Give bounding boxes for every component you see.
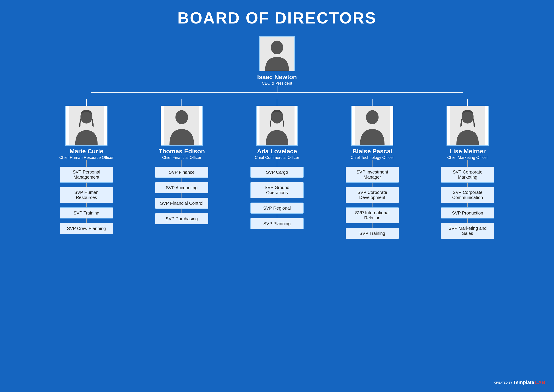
- svp-chain-0: SVP Personal ManagementSVP Human Resourc…: [60, 160, 113, 234]
- svp-box-1-3: SVP Purchasing: [155, 213, 208, 224]
- drop-line-2: [182, 99, 182, 106]
- svp-chain-1: SVP FinanceSVP AccountingSVP Financial C…: [155, 160, 208, 224]
- svp-box-2-1: SVP Ground Operations: [250, 182, 304, 198]
- director-col-0: Marie CurieChief Human Resource OfficerS…: [44, 106, 128, 234]
- director-name-0: Marie Curie: [70, 148, 104, 155]
- lab-label: LAB: [535, 380, 545, 385]
- svp-box-3-2: SVP International Relation: [346, 207, 399, 223]
- director-avatar-1: [161, 106, 203, 146]
- svp-box-4-3: SVP Marketing and Sales: [441, 223, 494, 239]
- director-role-2: Chief Commercial Officer: [255, 155, 299, 160]
- svp-box-4-1: SVP Corporate Communication: [441, 187, 494, 203]
- director-role-0: Chief Human Resource Officer: [59, 155, 114, 160]
- svp-chain-4: SVP Corporate MarketingSVP Corporate Com…: [441, 160, 494, 239]
- director-card-3: Blaise PascalChief Technology Officer: [351, 106, 394, 160]
- svp-init-line-3: [372, 160, 372, 167]
- ceo-avatar: [259, 36, 295, 71]
- ceo-role: CEO & President: [262, 81, 292, 86]
- director-avatar-0: [65, 106, 107, 146]
- director-role-4: Chief Marketing Officer: [447, 155, 488, 160]
- svp-box-1-1: SVP Accounting: [155, 182, 208, 193]
- svp-chain-3: SVP Investment ManagerSVP Corporate Deve…: [346, 160, 399, 239]
- svp-box-2-0: SVP Cargo: [250, 167, 304, 178]
- drop-line-1: [86, 99, 87, 106]
- director-card-0: Marie CurieChief Human Resource Officer: [59, 106, 114, 160]
- director-avatar-4: [447, 106, 489, 146]
- director-name-1: Thomas Edison: [159, 148, 205, 155]
- director-avatar-2: [256, 106, 298, 146]
- svp-box-2-2: SVP Regional: [250, 203, 304, 214]
- svp-line-0-1: [86, 203, 87, 207]
- svp-line-3-1: [372, 203, 372, 207]
- svp-line-1-1: [182, 193, 182, 198]
- svp-init-line-2: [277, 160, 277, 167]
- svp-box-3-3: SVP Training: [346, 228, 399, 239]
- org-chart: Isaac Newton CEO & President: [4, 36, 550, 239]
- created-by-label: CREATED BY: [494, 381, 512, 384]
- svp-box-0-0: SVP Personal Management: [60, 167, 113, 182]
- director-col-3: Blaise PascalChief Technology OfficerSVP…: [330, 106, 414, 239]
- svp-line-4-0: [467, 182, 468, 187]
- svp-line-0-2: [86, 218, 87, 223]
- drop-line-3: [277, 99, 277, 106]
- svp-line-2-0: [277, 178, 277, 182]
- template-label: Template: [513, 380, 534, 385]
- svp-line-3-2: [372, 223, 372, 228]
- director-col-2: Ada LovelaceChief Commercial OfficerSVP …: [235, 106, 319, 229]
- director-col-4: Lise MeitnerChief Marketing OfficerSVP C…: [426, 106, 510, 239]
- svp-line-2-1: [277, 198, 277, 203]
- svp-init-line-0: [86, 160, 87, 167]
- svp-line-0-0: [86, 182, 87, 187]
- svp-box-2-3: SVP Planning: [250, 218, 304, 229]
- watermark: CREATED BY Template LAB: [494, 380, 545, 385]
- drop-line-5: [467, 99, 468, 106]
- svp-box-1-0: SVP Finance: [155, 167, 208, 178]
- svp-line-3-0: [372, 182, 372, 187]
- directors-row: Marie CurieChief Human Resource OfficerS…: [44, 106, 510, 239]
- director-role-1: Chief Financial Officer: [162, 155, 201, 160]
- svp-box-3-0: SVP Investment Manager: [346, 167, 399, 182]
- director-avatar-3: [351, 106, 393, 146]
- svp-box-4-2: SVP Production: [441, 207, 494, 218]
- svp-line-4-2: [467, 218, 468, 223]
- svp-box-0-2: SVP Training: [60, 207, 113, 218]
- director-card-1: Thomas EdisonChief Financial Officer: [159, 106, 205, 160]
- svp-line-2-2: [277, 214, 277, 218]
- ceo-card: Isaac Newton CEO & President: [257, 36, 297, 86]
- svp-box-1-2: SVP Financial Control: [155, 198, 208, 209]
- director-card-4: Lise MeitnerChief Marketing Officer: [447, 106, 489, 160]
- svp-line-4-1: [467, 203, 468, 207]
- svp-init-line-4: [467, 160, 468, 167]
- svp-chain-2: SVP CargoSVP Ground OperationsSVP Region…: [250, 160, 304, 229]
- page-title: BOARD OF DIRECTORS: [177, 9, 377, 27]
- director-name-4: Lise Meitner: [449, 148, 485, 155]
- svp-box-0-3: SVP Crew Planning: [60, 223, 113, 234]
- drop-line-4: [372, 99, 372, 106]
- svp-line-1-2: [182, 209, 182, 213]
- svg-point-9: [366, 110, 379, 124]
- drops-row: [44, 99, 510, 106]
- director-col-1: Thomas EdisonChief Financial OfficerSVP …: [140, 106, 224, 224]
- svg-point-5: [175, 110, 188, 124]
- svp-line-1-0: [182, 178, 182, 182]
- svp-box-0-1: SVP Human Resources: [60, 187, 113, 203]
- svg-point-1: [271, 41, 283, 54]
- svp-init-line-1: [182, 160, 182, 167]
- branch-connector: [44, 86, 510, 99]
- director-card-2: Ada LovelaceChief Commercial Officer: [255, 106, 299, 160]
- ceo-name: Isaac Newton: [257, 74, 297, 81]
- director-name-2: Ada Lovelace: [257, 148, 297, 155]
- director-name-3: Blaise Pascal: [352, 148, 392, 155]
- svp-box-3-1: SVP Corporate Development: [346, 187, 399, 203]
- director-role-3: Chief Technology Officer: [351, 155, 394, 160]
- svp-box-4-0: SVP Corporate Marketing: [441, 167, 494, 182]
- ceo-level: Isaac Newton CEO & President: [257, 36, 297, 86]
